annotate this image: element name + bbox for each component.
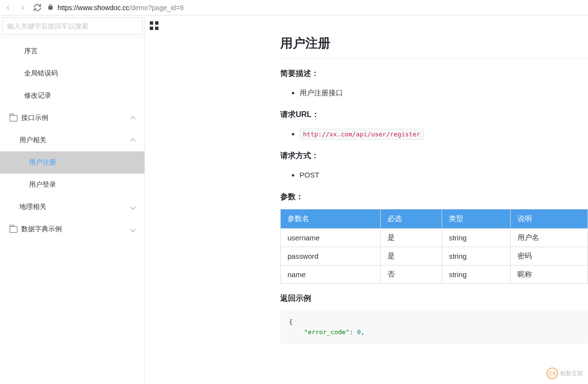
sidebar-item-label: 全局错误码 [24,69,58,78]
chevron-up-icon [130,116,135,121]
table-row: name 否 string 昵称 [281,266,588,284]
method-heading: 请求方式： [280,151,588,161]
sidebar-item-label: 用户登录 [29,180,56,189]
chevron-up-icon [130,138,135,144]
return-heading: 返回示例 [280,294,588,304]
chevron-down-icon [130,226,135,232]
folder-icon [10,115,17,121]
sidebar-item-label: 接口示例 [21,114,48,122]
url-text: https://www.showdoc.cc/demo?page_id=9 [57,4,184,12]
table-row: password 是 string 密码 [281,247,588,266]
url-item: http://xx.com/api/user/register [300,127,588,141]
sidebar-item-label: 修改记录 [24,91,51,100]
sidebar-item-user-login[interactable]: 用户登录 [0,174,144,196]
back-button[interactable] [4,3,13,12]
watermark-text: 创新互联 [560,369,583,378]
sidebar-item-label: 地理相关 [19,203,46,211]
main-content: 用户注册 简要描述： 用户注册接口 请求URL： http://xx.com/a… [145,15,588,384]
sidebar-item-user-register[interactable]: 用户注册 [0,151,144,174]
watermark-logo: CX [546,368,558,379]
folder-icon [10,226,17,233]
browser-toolbar: https://www.showdoc.cc/demo?page_id=9 [0,0,588,15]
th-desc: 说明 [511,209,588,229]
grid-menu-icon[interactable] [150,21,158,30]
th-required: 必选 [380,209,442,229]
brief-item: 用户注册接口 [300,86,588,100]
sidebar-item-geo-related[interactable]: 地理相关 [0,196,144,218]
th-name: 参数名 [281,209,381,229]
sidebar-item-preface[interactable]: 序言 [0,40,144,62]
sidebar-item-user-related[interactable]: 用户相关 [0,129,144,151]
sidebar-item-changelog[interactable]: 修改记录 [0,85,144,107]
sidebar: 序言 全局错误码 修改记录 接口示例 用户相关 用户注册 用户登录 地理相关 数… [0,15,145,384]
params-heading: 参数： [280,192,588,202]
request-url: http://xx.com/api/user/register [300,129,424,140]
sidebar-item-label: 序言 [24,47,38,56]
table-row: username 是 string 用户名 [281,229,588,247]
url-heading: 请求URL： [280,110,588,120]
page-title: 用户注册 [280,35,588,59]
reload-button[interactable] [33,3,42,12]
sidebar-item-error-codes[interactable]: 全局错误码 [0,62,144,85]
watermark: CX 创新互联 [546,368,583,379]
search-input[interactable] [2,17,143,35]
chevron-down-icon [130,204,135,209]
lock-icon [47,4,54,12]
sidebar-item-data-dict[interactable]: 数据字典示例 [0,218,144,240]
sidebar-item-label: 用户相关 [19,136,46,145]
forward-button[interactable] [18,3,27,12]
params-table: 参数名 必选 类型 说明 username 是 string 用户名 passw… [280,209,588,284]
address-bar[interactable]: https://www.showdoc.cc/demo?page_id=9 [47,4,584,12]
sidebar-item-label: 数据字典示例 [21,225,62,234]
th-type: 类型 [442,209,511,229]
return-example-code: { "error_code": 0, [280,310,588,344]
sidebar-item-label: 用户注册 [29,158,56,167]
sidebar-item-api-examples[interactable]: 接口示例 [0,107,144,129]
brief-heading: 简要描述： [280,69,588,79]
method-item: POST [300,168,588,182]
